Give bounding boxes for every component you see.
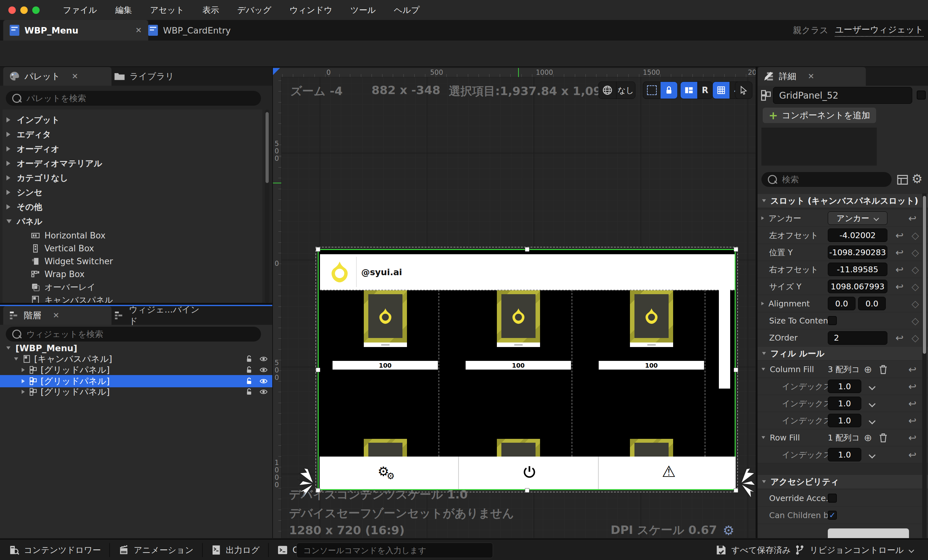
details-scrollbar[interactable]: [922, 193, 927, 538]
power-icon[interactable]: [522, 465, 537, 480]
menu-window[interactable]: ウィンドウ: [289, 5, 332, 16]
close-icon[interactable]: ✕: [808, 72, 814, 81]
lock-open-icon[interactable]: [245, 388, 253, 396]
reset-icon[interactable]: ↩: [908, 415, 916, 426]
eye-icon[interactable]: [259, 388, 268, 396]
tab-hierarchy[interactable]: 階層 ✕: [3, 306, 111, 325]
index-field[interactable]: 1.0: [828, 380, 861, 393]
palette-search[interactable]: [6, 91, 261, 106]
design-scrollbar[interactable]: [719, 288, 730, 389]
tree-row-grid-panel-1[interactable]: [グリッドパネル]: [21, 364, 268, 376]
add-component-button[interactable]: + コンポーネントを追加: [763, 108, 876, 123]
palette-category-audio-material[interactable]: オーディオマテリアル: [6, 157, 102, 170]
resize-handle-w[interactable]: [316, 368, 320, 372]
eye-icon[interactable]: [259, 377, 268, 385]
reset-icon[interactable]: ↩: [908, 381, 916, 392]
reset-icon[interactable]: ↩: [908, 364, 916, 375]
chevron-down-icon[interactable]: [869, 452, 876, 458]
dock-divider[interactable]: [0, 303, 272, 305]
reset-icon[interactable]: ↩: [896, 264, 904, 275]
reset-icon[interactable]: ↩: [908, 432, 916, 443]
localization-none-button[interactable]: なし: [616, 82, 635, 99]
resize-handle-s[interactable]: [525, 488, 530, 493]
tab-palette[interactable]: パレット ✕: [3, 67, 111, 86]
content-drawer-button[interactable]: コンテンツドロワー: [0, 539, 109, 560]
design-surface[interactable]: @syui.ai: [318, 249, 736, 490]
settings-gears-icon[interactable]: ⚙⚙: [378, 465, 397, 478]
index-field[interactable]: 1.0: [828, 414, 861, 427]
lock-open-icon[interactable]: [245, 366, 253, 374]
tab-details[interactable]: 詳細 ✕: [757, 67, 866, 86]
eye-icon[interactable]: [259, 366, 268, 374]
expander-icon[interactable]: [762, 368, 765, 371]
card-entry-4-partial[interactable]: [364, 439, 407, 456]
bind-diamond-icon[interactable]: ◇: [911, 264, 919, 275]
eye-icon[interactable]: [259, 355, 268, 363]
resize-handle-n[interactable]: [525, 247, 530, 252]
menu-file[interactable]: ファイル: [63, 5, 97, 16]
resize-handle-ne[interactable]: [734, 247, 738, 252]
trash-icon[interactable]: [879, 433, 888, 443]
menu-help[interactable]: ヘルプ: [394, 5, 420, 16]
section-accessibility[interactable]: アクセシビリティ: [757, 475, 928, 488]
reset-icon[interactable]: ↩: [896, 281, 904, 292]
widget-name-input[interactable]: [773, 90, 912, 101]
reset-icon[interactable]: ↩: [908, 213, 916, 224]
palette-item-vertical-box[interactable]: Vertical Box: [31, 242, 94, 255]
palette-scrollbar-thumb[interactable]: [266, 112, 269, 183]
expander-icon[interactable]: [762, 302, 764, 305]
traffic-light-close[interactable]: [8, 6, 16, 14]
console-input[interactable]: [297, 546, 493, 555]
card-entry-5-partial[interactable]: [497, 439, 540, 456]
chevron-down-icon[interactable]: [869, 400, 876, 407]
parent-class-link[interactable]: ユーザーウィジェット: [835, 24, 923, 37]
warning-icon[interactable]: ⚠: [662, 462, 676, 481]
tab-library[interactable]: ライブラリ: [108, 67, 197, 86]
output-log-button[interactable]: 出力ログ: [203, 539, 268, 560]
grid-snap-button[interactable]: [713, 82, 730, 99]
respect-locks-button[interactable]: R: [697, 82, 713, 99]
expander-icon[interactable]: [762, 216, 764, 220]
bind-diamond-icon[interactable]: ◇: [911, 298, 919, 309]
size-to-content-checkbox[interactable]: [828, 316, 837, 325]
palette-item-overlay[interactable]: オーバーレイ: [31, 281, 95, 293]
zorder-field[interactable]: 2: [828, 331, 887, 345]
section-fill-rules[interactable]: フィル ルール: [757, 347, 928, 360]
section-slot[interactable]: スロット (キャンバスパネルスロット): [757, 194, 928, 208]
menu-edit[interactable]: 編集: [115, 5, 132, 16]
dpi-settings-gear-icon[interactable]: ⚙: [723, 524, 734, 537]
resize-handle-e[interactable]: [734, 368, 738, 372]
palette-category-uncategorized[interactable]: カテゴリなし: [6, 171, 68, 184]
reset-icon[interactable]: ↩: [896, 332, 904, 343]
dashed-selection-button[interactable]: [643, 82, 661, 99]
override-accessibility-checkbox[interactable]: [828, 494, 837, 503]
reset-icon[interactable]: ↩: [908, 449, 916, 461]
bind-diamond-icon[interactable]: ◇: [911, 247, 919, 258]
pos-y-field[interactable]: -1098.290283: [828, 246, 887, 259]
widget-name-field[interactable]: [773, 87, 912, 104]
traffic-light-zoom[interactable]: [32, 6, 40, 14]
bind-diamond-icon[interactable]: ◇: [911, 281, 919, 292]
palette-category-synth[interactable]: シンセ: [6, 186, 43, 199]
tree-row-grid-panel-3[interactable]: [グリッドパネル]: [21, 386, 268, 398]
menu-asset[interactable]: アセット: [150, 5, 184, 16]
index-field[interactable]: 1.0: [828, 448, 861, 461]
details-search[interactable]: [762, 172, 891, 187]
tab-wbp-menu[interactable]: WBP_Menu ✕: [3, 20, 148, 41]
hierarchy-search-input[interactable]: [26, 329, 261, 339]
layout-button[interactable]: [681, 82, 697, 99]
card-entry-2[interactable]: [497, 290, 540, 347]
is-variable-checkbox[interactable]: [917, 90, 926, 99]
palette-category-audio[interactable]: オーディオ: [6, 142, 59, 155]
tab-wbp-cardentry[interactable]: WBP_CardEntry: [142, 20, 248, 41]
lock-open-icon[interactable]: [245, 377, 253, 385]
card-entry-3[interactable]: [630, 290, 673, 347]
card-entry-1[interactable]: [364, 290, 407, 347]
add-element-icon[interactable]: ⊕: [864, 432, 872, 443]
palette-category-panel[interactable]: パネル: [6, 215, 43, 228]
console-input-box[interactable]: [296, 543, 493, 558]
reset-icon[interactable]: ↩: [896, 247, 904, 258]
cursor-tool-button[interactable]: [735, 81, 752, 99]
animation-button[interactable]: アニメーション: [110, 539, 202, 560]
save-status-button[interactable]: すべて保存済み: [715, 539, 791, 560]
